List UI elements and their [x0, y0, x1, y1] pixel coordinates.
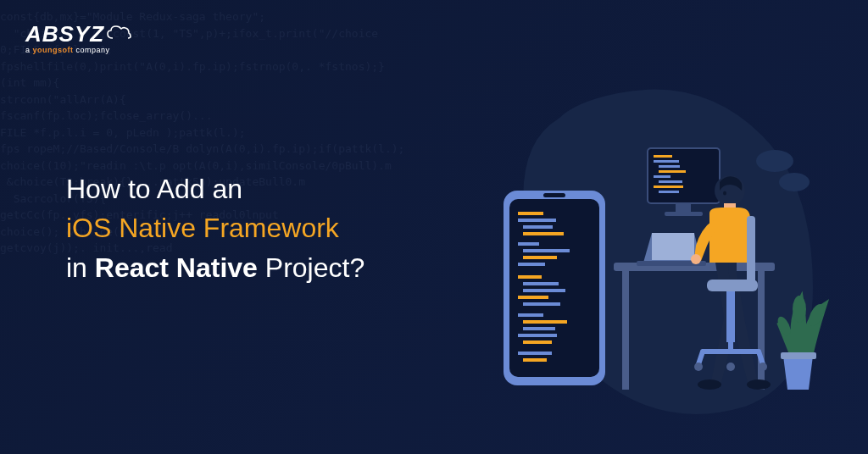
svg-rect-38: [758, 271, 765, 390]
svg-rect-49: [726, 291, 735, 342]
svg-rect-27: [518, 296, 548, 299]
svg-rect-17: [518, 219, 556, 222]
svg-rect-31: [523, 327, 555, 330]
svg-rect-18: [523, 225, 553, 229]
svg-rect-22: [523, 256, 557, 259]
svg-rect-29: [518, 313, 543, 317]
svg-rect-6: [654, 160, 679, 163]
svg-rect-37: [622, 271, 629, 390]
svg-rect-30: [523, 320, 567, 324]
svg-rect-56: [781, 352, 816, 359]
svg-rect-5: [654, 155, 672, 158]
svg-rect-15: [543, 193, 565, 197]
headline-line-1: How to Add an: [66, 169, 364, 208]
svg-rect-11: [654, 185, 683, 188]
developer-illustration: [474, 68, 830, 432]
svg-point-1: [779, 173, 810, 191]
svg-rect-21: [523, 249, 570, 252]
svg-rect-14: [509, 199, 599, 377]
svg-point-50: [694, 363, 703, 371]
svg-point-42: [723, 191, 726, 196]
svg-rect-33: [523, 340, 552, 344]
svg-rect-25: [523, 282, 559, 285]
svg-point-52: [726, 363, 735, 371]
svg-point-45: [698, 379, 721, 390]
svg-rect-24: [518, 275, 542, 279]
svg-point-51: [759, 363, 767, 371]
svg-rect-32: [518, 334, 557, 337]
svg-rect-9: [654, 175, 670, 178]
svg-rect-47: [747, 216, 755, 284]
svg-point-53: [793, 296, 806, 323]
svg-rect-39: [652, 233, 694, 260]
headline-line-2: iOS Native Framework: [66, 208, 364, 247]
svg-point-0: [756, 150, 793, 172]
svg-rect-7: [659, 165, 680, 168]
svg-rect-23: [518, 263, 545, 266]
headline-line-3: in React Native Project?: [66, 248, 364, 287]
svg-rect-35: [523, 358, 547, 362]
svg-point-44: [691, 254, 701, 264]
svg-rect-12: [659, 191, 679, 193]
svg-rect-3: [676, 203, 691, 212]
svg-rect-26: [523, 289, 565, 292]
cloud-icon: [106, 21, 131, 47]
svg-rect-34: [518, 352, 552, 355]
svg-rect-4: [665, 212, 703, 216]
page-title: How to Add an iOS Native Framework in Re…: [66, 169, 364, 287]
brand-logo: ABSYZ a youngsoft company: [25, 21, 131, 54]
logo-wordmark: ABSYZ: [25, 21, 104, 47]
svg-rect-19: [523, 232, 564, 235]
svg-point-46: [747, 379, 771, 390]
svg-rect-20: [518, 242, 539, 246]
svg-rect-8: [659, 170, 686, 173]
svg-rect-10: [659, 180, 682, 183]
svg-rect-16: [518, 212, 543, 215]
svg-rect-48: [707, 280, 758, 291]
svg-rect-28: [523, 302, 560, 306]
